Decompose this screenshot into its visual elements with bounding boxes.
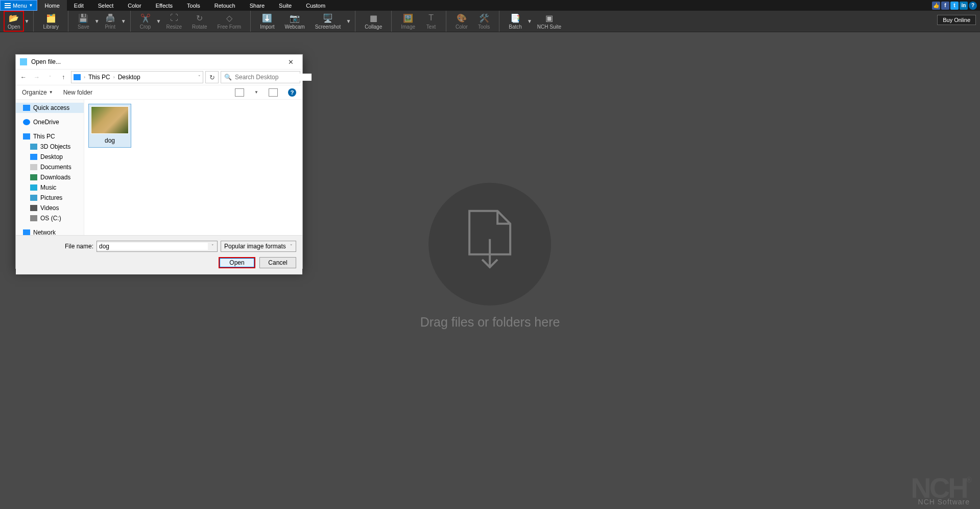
facebook-icon[interactable]: f (941, 2, 949, 10)
file-thumbnail (91, 106, 129, 134)
chevron-down-icon: ▼ (29, 3, 33, 8)
tree-music[interactable]: Music (16, 182, 84, 193)
recent-dropdown[interactable]: ˅ (44, 75, 56, 80)
tree-osc[interactable]: OS (C:) (16, 213, 84, 223)
screenshot-icon: 🖥️ (322, 13, 333, 23)
dropzone-text: Drag files or folders here (420, 314, 560, 329)
filetype-filter[interactable]: Popular image formats ˅ (221, 241, 296, 252)
tree-desktop[interactable]: Desktop (16, 152, 84, 162)
organize-menu[interactable]: Organize ▼ (22, 89, 53, 96)
screenshot-button[interactable]: 🖥️Screenshot (310, 11, 346, 32)
dialog-footer: File name: ˅ Popular image formats ˅ Ope… (16, 235, 302, 274)
rotate-button[interactable]: ↻Rotate (187, 11, 212, 32)
up-button[interactable]: ↑ (58, 74, 69, 81)
star-icon (23, 105, 30, 111)
address-dropdown[interactable]: ˅ (198, 75, 201, 80)
tab-home[interactable]: Home (37, 0, 66, 11)
image-button[interactable]: 🖼️Image (396, 11, 420, 32)
pc-icon (23, 133, 30, 140)
search-icon: 🔍 (224, 74, 232, 81)
filename-input[interactable] (97, 243, 208, 250)
dialog-toolbar: Organize ▼ New folder ▼ ? (16, 85, 302, 100)
close-button[interactable]: ✕ (281, 56, 300, 68)
freeform-button[interactable]: ◇Free Form (212, 11, 247, 32)
batch-button[interactable]: 📑Batch (504, 11, 527, 32)
file-list[interactable]: dog (84, 100, 302, 235)
pc-icon (74, 74, 81, 80)
cancel-button[interactable]: Cancel (259, 257, 296, 268)
breadcrumb-thispc[interactable]: This PC (88, 74, 110, 81)
tab-share[interactable]: Share (243, 0, 272, 11)
tree-onedrive[interactable]: OneDrive (16, 117, 84, 127)
file-item-dog[interactable]: dog (88, 104, 131, 148)
twitter-icon[interactable]: t (950, 2, 959, 10)
preview-pane-button[interactable] (269, 88, 278, 97)
linkedin-icon[interactable]: in (960, 2, 968, 10)
tab-retouch[interactable]: Retouch (207, 0, 243, 11)
open-button[interactable]: Open (219, 257, 255, 268)
tree-3dobjects[interactable]: 3D Objects (16, 142, 84, 152)
nchsuite-button[interactable]: ▣NCH Suite (532, 11, 566, 32)
tree-downloads[interactable]: Downloads (16, 172, 84, 182)
pictures-icon (30, 195, 37, 201)
tab-edit[interactable]: Edit (67, 0, 91, 11)
dropzone-circle (428, 182, 551, 305)
app-icon (20, 58, 27, 65)
resize-button[interactable]: ⛶Resize (161, 11, 187, 32)
tree-documents[interactable]: Documents (16, 162, 84, 172)
tree-network[interactable]: Network (16, 227, 84, 235)
refresh-button[interactable]: ↻ (205, 71, 219, 83)
import-button[interactable]: ⬇️Import (255, 11, 279, 32)
watermark: NCH® NCH Software (911, 478, 970, 506)
back-button[interactable]: ← (18, 74, 29, 81)
help-icon[interactable]: ? (969, 2, 977, 10)
filename-history-dropdown[interactable]: ˅ (208, 244, 217, 249)
drive-icon (30, 215, 37, 221)
search-input[interactable] (235, 74, 312, 81)
dialog-titlebar: Open file... ✕ (16, 55, 302, 69)
tools-button[interactable]: 🛠️Tools (473, 11, 495, 32)
dialog-nav: ← → ˅ ↑ › This PC › Desktop ˅ ↻ 🔍 (16, 69, 302, 85)
tab-tools[interactable]: Tools (180, 0, 207, 11)
forward-button[interactable]: → (31, 74, 42, 81)
webcam-button[interactable]: 📷Webcam (280, 11, 310, 32)
batch-icon: 📑 (510, 13, 521, 23)
breadcrumb-desktop[interactable]: Desktop (118, 74, 140, 81)
address-bar[interactable]: › This PC › Desktop ˅ (71, 71, 203, 83)
tab-suite[interactable]: Suite (272, 0, 299, 11)
print-icon: 🖨️ (105, 13, 116, 23)
resize-icon: ⛶ (169, 13, 180, 23)
color-button[interactable]: 🎨Color (450, 11, 473, 32)
library-button[interactable]: 🗂️Library (38, 11, 64, 32)
suite-icon: ▣ (543, 13, 555, 23)
print-button[interactable]: 🖨️Print (100, 11, 121, 32)
buy-online-button[interactable]: Buy Online (937, 15, 976, 25)
tree-videos[interactable]: Videos (16, 203, 84, 213)
tree-quick-access[interactable]: Quick access (16, 103, 84, 113)
palette-icon: 🎨 (456, 13, 467, 23)
tab-color[interactable]: Color (121, 0, 148, 11)
freeform-icon: ◇ (224, 13, 235, 23)
text-button[interactable]: TText (420, 11, 442, 32)
collage-button[interactable]: ▦Collage (360, 11, 387, 32)
tab-effects[interactable]: Effects (149, 0, 180, 11)
dropzone[interactable]: Drag files or folders here (420, 182, 560, 329)
save-button[interactable]: 💾Save (73, 11, 94, 32)
new-folder-button[interactable]: New folder (63, 89, 92, 96)
webcam-icon: 📷 (289, 13, 300, 23)
view-button[interactable] (235, 88, 244, 97)
tab-select[interactable]: Select (91, 0, 121, 11)
tree-thispc[interactable]: This PC (16, 131, 84, 142)
crop-button[interactable]: ✂️Crop (135, 11, 156, 32)
tab-custom[interactable]: Custom (299, 0, 332, 11)
search-box[interactable]: 🔍 (221, 71, 300, 83)
open-dropdown[interactable]: ▼ (24, 18, 29, 24)
save-icon: 💾 (78, 13, 89, 23)
help-button[interactable]: ? (288, 88, 296, 97)
crop-icon: ✂️ (140, 13, 151, 23)
menu-button[interactable]: Menu ▼ (0, 0, 37, 11)
like-icon[interactable]: 👍 (932, 2, 940, 10)
tree-pictures[interactable]: Pictures (16, 193, 84, 203)
open-button[interactable]: 📂 Open (4, 11, 24, 32)
collage-icon: ▦ (368, 13, 379, 23)
